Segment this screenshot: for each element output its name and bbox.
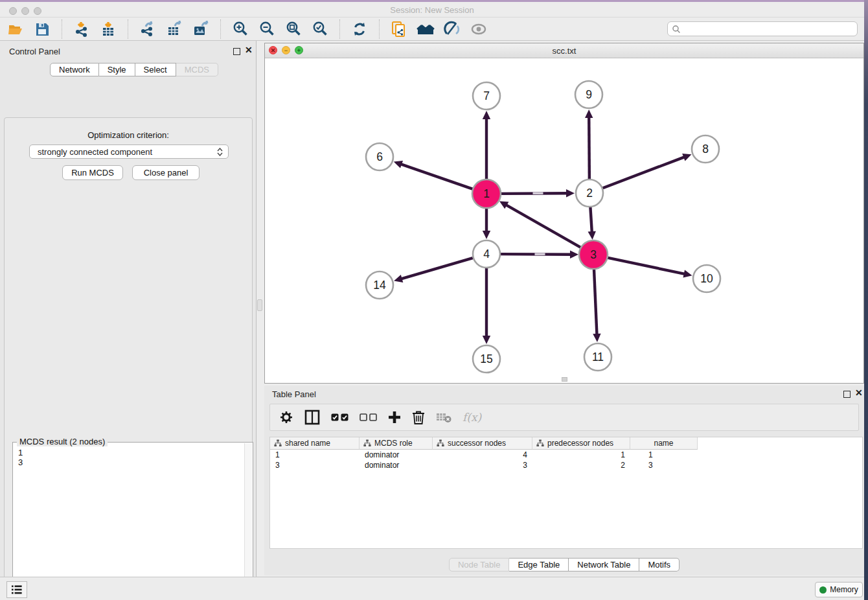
zoom-fit-icon[interactable] xyxy=(284,20,303,38)
criterion-dropdown[interactable]: strongly connected component xyxy=(29,144,229,159)
edge-arrowhead-icon xyxy=(566,189,575,197)
graph-node-label: 14 xyxy=(373,279,386,292)
main-toolbar xyxy=(0,17,864,41)
toolbar-separator xyxy=(128,19,128,39)
network-window-titlebar[interactable]: ✕ − + scc.txt xyxy=(265,43,863,58)
toolbar-separator xyxy=(62,19,62,39)
network-canvas[interactable]: 7968124314101511 xyxy=(265,58,863,383)
column-header-MCDS-role[interactable]: MCDS role xyxy=(360,437,433,450)
close-panel-button[interactable]: Close panel xyxy=(132,165,200,180)
control-panel: Control Panel ✕ NetworkStyleSelectMCDS O… xyxy=(0,41,257,577)
first-neighbors-icon[interactable] xyxy=(417,20,435,38)
tab-node-table[interactable]: Node Table xyxy=(449,558,510,571)
memory-button-label: Memory xyxy=(830,585,858,594)
zoom-out-icon[interactable] xyxy=(258,20,276,38)
column-header-successor-nodes[interactable]: successor nodes xyxy=(433,437,532,450)
graph-node-label: 9 xyxy=(586,88,592,101)
tab-network-table[interactable]: Network Table xyxy=(569,558,639,571)
close-table-panel-icon[interactable]: ✕ xyxy=(855,387,863,398)
column-layout-icon[interactable] xyxy=(304,408,320,426)
graph-edge-3-1[interactable] xyxy=(505,204,581,248)
select-all-rows-icon[interactable] xyxy=(331,408,348,426)
column-header-shared-name[interactable]: shared name xyxy=(270,437,360,450)
graph-edge-4-14[interactable] xyxy=(400,258,473,279)
delete-table-icon xyxy=(436,408,451,426)
toolbar-separator xyxy=(339,19,340,39)
tab-network[interactable]: Network xyxy=(50,63,99,76)
float-table-panel-icon[interactable] xyxy=(843,391,851,398)
table-cell: dominator xyxy=(360,450,433,460)
deselect-all-rows-icon[interactable] xyxy=(360,408,377,426)
table-cell: 1 xyxy=(532,450,630,460)
graph-edge-2-9[interactable] xyxy=(589,115,589,179)
task-history-button[interactable] xyxy=(6,581,27,598)
edge-arrowhead-icon xyxy=(683,270,692,277)
splitter-handle[interactable] xyxy=(257,299,262,311)
graph-node-label: 15 xyxy=(480,352,492,365)
edge-arrowhead-icon xyxy=(585,110,593,118)
export-network-icon[interactable] xyxy=(139,20,157,38)
graph-edge-3-10[interactable] xyxy=(608,258,687,275)
memory-status-dot xyxy=(819,586,827,594)
graph-node-label: 3 xyxy=(590,248,597,261)
edge-label-mark xyxy=(535,253,545,255)
edge-arrowhead-icon xyxy=(483,231,490,239)
hierarchy-icon xyxy=(437,439,444,447)
export-table-icon[interactable] xyxy=(165,20,183,38)
toolbar-separator xyxy=(379,19,380,39)
network-window-title: scc.txt xyxy=(265,46,863,56)
tab-motifs[interactable]: Motifs xyxy=(639,558,680,571)
table-row[interactable]: 1dominator411 xyxy=(270,450,862,460)
edge-arrowhead-icon xyxy=(593,334,600,342)
window-title: Session: New Session xyxy=(0,5,864,15)
graph-node-label: 6 xyxy=(376,150,383,163)
search-input[interactable] xyxy=(683,25,853,34)
table-header-row: shared nameMCDS rolesuccessor nodesprede… xyxy=(270,437,862,450)
toolbar-separator xyxy=(220,19,221,39)
column-header-predecessor-nodes[interactable]: predecessor nodes xyxy=(532,437,630,450)
network-resize-handle[interactable] xyxy=(562,377,567,382)
save-session-icon[interactable] xyxy=(33,20,51,38)
search-field[interactable] xyxy=(667,21,858,36)
desktop-background xyxy=(864,0,868,600)
graph-edge-1-6[interactable] xyxy=(399,163,473,189)
edge-arrowhead-icon xyxy=(394,275,403,283)
graph-edge-2-8[interactable] xyxy=(603,156,687,188)
column-header-label: MCDS role xyxy=(374,439,413,448)
graph-edge-2-3[interactable] xyxy=(590,207,592,234)
hierarchy-icon xyxy=(536,439,544,447)
node-table[interactable]: shared nameMCDS rolesuccessor nodesprede… xyxy=(269,437,863,549)
tab-edge-table[interactable]: Edge Table xyxy=(509,558,569,571)
edge-label-mark xyxy=(533,192,543,194)
table-panel-tabs: Node TableEdge TableNetwork TableMotifs xyxy=(449,558,680,571)
import-network-icon[interactable] xyxy=(73,20,91,38)
hide-selected-icon[interactable] xyxy=(443,20,461,38)
table-row[interactable]: 3dominator323 xyxy=(270,460,862,470)
graph-node-label: 8 xyxy=(702,143,709,156)
delete-row-trash-icon[interactable] xyxy=(412,408,425,426)
export-image-icon[interactable] xyxy=(192,20,210,38)
memory-button[interactable]: Memory xyxy=(815,582,863,597)
column-header-name[interactable]: name xyxy=(630,437,698,450)
zoom-selected-icon[interactable] xyxy=(311,20,329,38)
float-panel-icon[interactable] xyxy=(233,48,240,55)
open-session-icon[interactable] xyxy=(6,20,25,38)
apply-layout-icon[interactable] xyxy=(350,20,369,38)
table-cell: 3 xyxy=(630,460,698,470)
graph-node-label: 2 xyxy=(586,187,593,200)
table-toolbar: f(x) xyxy=(269,404,859,431)
import-table-icon[interactable] xyxy=(99,20,117,38)
network-from-selection-icon[interactable] xyxy=(390,20,408,38)
main-titlebar: Session: New Session xyxy=(0,2,864,17)
graph-node-label: 1 xyxy=(483,187,490,200)
graph-edge-3-11[interactable] xyxy=(594,269,597,336)
run-mcds-button[interactable]: Run MCDS xyxy=(62,165,123,180)
tab-style[interactable]: Style xyxy=(99,63,135,76)
column-header-label: successor nodes xyxy=(448,439,506,448)
table-settings-gear-icon[interactable] xyxy=(279,408,293,426)
add-row-plus-icon[interactable] xyxy=(388,408,401,426)
tab-mcds[interactable]: MCDS xyxy=(176,63,218,76)
close-panel-icon[interactable]: ✕ xyxy=(245,45,253,55)
zoom-in-icon[interactable] xyxy=(231,20,249,38)
tab-select[interactable]: Select xyxy=(135,63,176,76)
